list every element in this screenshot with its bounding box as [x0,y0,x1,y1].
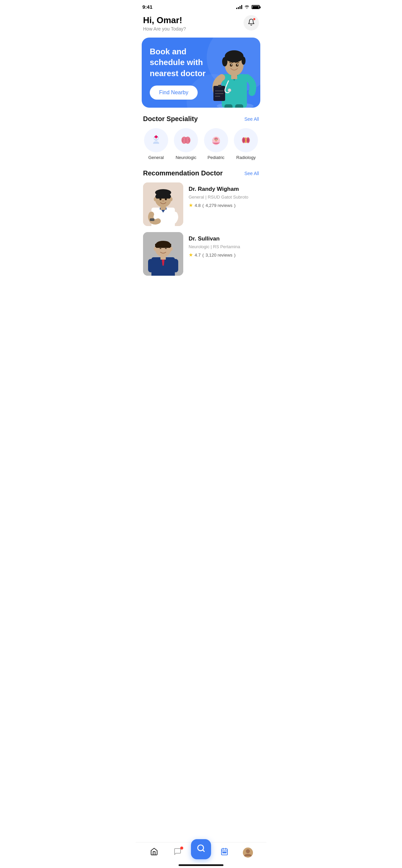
doctor-info-2: Dr. Sullivan Neurologic | RS Pertamina ★… [189,232,259,276]
wifi-icon [244,4,249,10]
doctor-card-img-1 [143,182,183,226]
doctor-rating-2: ★ 4.7 (3,120 reviews) [189,252,259,258]
battery-icon [252,5,260,9]
svg-point-34 [243,138,244,143]
speciality-see-all[interactable]: See All [244,116,259,122]
svg-rect-39 [245,142,246,143]
status-bar: 9:41 [136,0,266,12]
doctor-name-1: Dr. Randy Wigham [189,186,259,192]
doctor-cards-list: Dr. Randy Wigham General | RSUD Gatot Su… [136,182,266,276]
svg-rect-18 [225,104,233,108]
speciality-item-general[interactable]: General [143,128,169,160]
svg-point-46 [155,189,171,196]
greeting-subtitle: How Are you Today? [143,26,186,32]
svg-point-60 [170,247,172,251]
svg-point-50 [165,198,167,200]
speciality-label-general: General [148,155,164,160]
speciality-item-radiology[interactable]: Radiology [233,128,259,160]
notification-dot [253,18,256,21]
doctor-card-2[interactable]: Dr. Sullivan Neurologic | RS Pertamina ★… [143,232,259,276]
svg-point-31 [216,139,217,140]
signal-icon [236,5,242,9]
doctor-meta-2: Neurologic | RS Pertamina [189,244,259,249]
doctor-card-1[interactable]: Dr. Randy Wigham General | RSUD Gatot Su… [143,182,259,226]
header: Hi, Omar! How Are you Today? [136,12,266,36]
speciality-grid: General Neurologic [136,128,266,160]
speciality-section-header: Doctor Speciality See All [136,115,266,123]
svg-point-8 [228,89,231,92]
notification-button[interactable] [243,15,259,31]
star-icon-1: ★ [189,202,193,208]
svg-point-59 [154,247,157,251]
speciality-label-radiology: Radiology [236,155,256,160]
speciality-label-pediatric: Pediatric [207,155,225,160]
speciality-title: Doctor Speciality [143,115,198,123]
doctor-info-1: Dr. Randy Wigham General | RSUD Gatot Su… [189,182,259,226]
svg-rect-17 [231,74,237,79]
svg-rect-23 [155,136,158,137]
svg-rect-19 [235,104,243,108]
radiology-icon [234,128,258,152]
status-time: 9:41 [142,4,153,10]
speciality-label-neurologic: Neurologic [175,155,196,160]
svg-point-12 [241,57,245,65]
general-icon [144,128,168,152]
recommendation-title: Recommendation Doctor [143,169,223,177]
svg-rect-61 [161,255,166,259]
speciality-item-neurologic[interactable]: Neurologic [173,128,199,160]
svg-point-15 [231,64,232,65]
doctor-card-img-2 [143,232,183,276]
doctor-name-2: Dr. Sullivan [189,236,259,242]
svg-point-30 [215,139,216,140]
star-icon-2: ★ [189,252,193,258]
svg-point-35 [247,138,249,143]
doctor-meta-1: General | RSUD Gatot Subroto [189,194,259,199]
recommendation-see-all[interactable]: See All [244,171,259,176]
status-icons [236,4,260,10]
svg-point-49 [160,198,162,200]
svg-rect-55 [148,259,154,272]
banner-text: Book and schedule with nearest doctor [150,46,217,79]
speciality-item-pediatric[interactable]: Pediatric [203,128,229,160]
svg-rect-37 [245,138,246,139]
svg-rect-51 [161,206,166,210]
svg-point-16 [237,64,238,65]
svg-rect-58 [155,244,171,248]
svg-rect-56 [173,259,178,272]
svg-point-47 [154,197,157,201]
svg-rect-38 [245,140,246,141]
pediatric-icon [204,128,228,152]
greeting-title: Hi, Omar! [143,15,186,26]
promo-banner: Book and schedule with nearest doctor Fi… [142,37,260,108]
find-nearby-button[interactable]: Find Nearby [150,86,198,100]
recommendation-section-header: Recommendation Doctor See All [136,169,266,177]
doctor-rating-1: ★ 4.8 (4,279 reviews) [189,202,259,208]
svg-point-48 [170,197,172,201]
svg-rect-44 [150,218,155,221]
neurologic-icon [174,128,198,152]
svg-rect-4 [218,85,222,87]
